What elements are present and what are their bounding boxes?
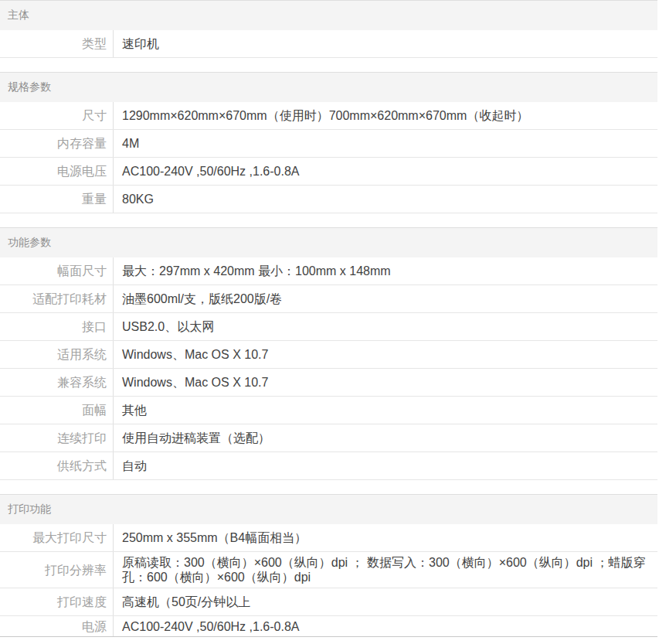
spec-value: AC100-240V ,50/60Hz ,1.6-0.8A <box>113 616 657 636</box>
spec-value-text: 使用自动进稿装置（选配） <box>122 431 650 445</box>
section-rows: 最大打印尺寸 250mm x 355mm（B4幅面相当） 打印分辨率 原稿读取：… <box>0 524 657 637</box>
spec-value-text: AC100-240V ,50/60Hz ,1.6-0.8A <box>122 164 650 179</box>
spec-value: 最大：297mm x 420mm 最小：100mm x 148mm <box>113 257 657 285</box>
section-header: 打印功能 <box>0 494 657 524</box>
spec-row: 兼容系统 Windows、Mac OS X 10.7 <box>0 369 657 397</box>
section-title: 功能参数 <box>8 236 51 250</box>
spec-value: 250mm x 355mm（B4幅面相当） <box>113 524 657 551</box>
section-rows: 幅面尺寸 最大：297mm x 420mm 最小：100mm x 148mm 适… <box>0 257 657 480</box>
spec-row: 连续打印 使用自动进稿装置（选配） <box>0 424 657 452</box>
spec-value: 自动 <box>113 452 657 479</box>
spec-value-text: 自动 <box>122 458 650 473</box>
spec-row: 打印分辨率 原稿读取：300（横向）×600（纵向）dpi ； 数据写入：300… <box>0 552 657 588</box>
spec-value-text: Windows、Mac OS X 10.7 <box>122 347 650 362</box>
spec-row: 适配打印耗材 油墨600ml/支，版纸200版/卷 <box>0 285 657 313</box>
spec-value: Windows、Mac OS X 10.7 <box>113 369 657 396</box>
spec-value-text: 250mm x 355mm（B4幅面相当） <box>122 530 650 545</box>
spec-label: 内存容量 <box>0 130 113 157</box>
section-rows: 尺寸 1290mm×620mm×670mm（使用时）700mm×620mm×67… <box>0 102 657 213</box>
spec-value: 油墨600ml/支，版纸200版/卷 <box>113 285 657 312</box>
spec-value-text: USB2.0、以太网 <box>122 319 650 334</box>
spec-label: 电源电压 <box>0 158 113 185</box>
spec-value: 1290mm×620mm×670mm（使用时）700mm×620mm×670mm… <box>113 102 657 129</box>
spec-label: 尺寸 <box>0 102 113 129</box>
section-header: 规格参数 <box>0 72 657 102</box>
spec-value: 使用自动进稿装置（选配） <box>113 424 657 451</box>
spec-label: 打印速度 <box>0 588 113 615</box>
spec-label: 打印分辨率 <box>0 552 113 588</box>
spec-label: 供纸方式 <box>0 452 113 479</box>
spec-value: 速印机 <box>113 30 657 57</box>
spec-value-text: 其他 <box>122 403 650 417</box>
section-rows: 类型 速印机 <box>0 30 657 58</box>
product-spec-table: 主体 类型 速印机 规格参数 尺寸 1290mm×620mm×670mm（使用时… <box>0 0 657 637</box>
spec-value-text: 80KG <box>122 192 650 206</box>
spec-value: 原稿读取：300（横向）×600（纵向）dpi ； 数据写入：300（横向）×6… <box>113 552 657 588</box>
spec-row: 面幅 其他 <box>0 397 657 424</box>
spec-row: 电源电压 AC100-240V ,50/60Hz ,1.6-0.8A <box>0 158 657 186</box>
section-header: 功能参数 <box>0 227 657 257</box>
spec-label: 接口 <box>0 313 113 340</box>
spec-value-text: 1290mm×620mm×670mm（使用时）700mm×620mm×670mm… <box>122 108 650 123</box>
spec-row: 打印速度 高速机（50页/分钟以上 <box>0 588 657 616</box>
spec-value-text: 速印机 <box>122 36 650 51</box>
spec-row: 类型 速印机 <box>0 30 657 58</box>
spec-value-text: 原稿读取：300（横向）×600（纵向）dpi ； 数据写入：300（横向）×6… <box>122 555 650 584</box>
spec-value-text: Windows、Mac OS X 10.7 <box>122 375 650 390</box>
spec-row: 适用系统 Windows、Mac OS X 10.7 <box>0 341 657 369</box>
spec-label: 面幅 <box>0 397 113 424</box>
spec-label: 适配打印耗材 <box>0 285 113 312</box>
spec-value-text: 油墨600ml/支，版纸200版/卷 <box>122 291 650 306</box>
section-title: 主体 <box>8 9 29 22</box>
section-header: 主体 <box>0 0 657 30</box>
spec-row: 幅面尺寸 最大：297mm x 420mm 最小：100mm x 148mm <box>0 257 657 285</box>
spec-section: 功能参数 幅面尺寸 最大：297mm x 420mm 最小：100mm x 14… <box>0 227 657 480</box>
section-title: 打印功能 <box>8 503 51 516</box>
spec-row: 电源 AC100-240V ,50/60Hz ,1.6-0.8A <box>0 616 657 637</box>
spec-value-text: 4M <box>122 136 650 151</box>
spec-value: 其他 <box>113 397 657 424</box>
spec-label: 重量 <box>0 186 113 213</box>
spec-value-text: 最大：297mm x 420mm 最小：100mm x 148mm <box>122 264 650 278</box>
spec-row: 最大打印尺寸 250mm x 355mm（B4幅面相当） <box>0 524 657 552</box>
spec-label: 连续打印 <box>0 424 113 451</box>
spec-label: 电源 <box>0 616 113 636</box>
spec-row: 内存容量 4M <box>0 130 657 158</box>
spec-label: 幅面尺寸 <box>0 257 113 285</box>
spec-row: 供纸方式 自动 <box>0 452 657 480</box>
spec-value: 80KG <box>113 186 657 213</box>
spec-label: 适用系统 <box>0 341 113 368</box>
spec-label: 兼容系统 <box>0 369 113 396</box>
spec-value: AC100-240V ,50/60Hz ,1.6-0.8A <box>113 158 657 185</box>
spec-value: 4M <box>113 130 657 157</box>
spec-row: 重量 80KG <box>0 186 657 213</box>
spec-value: 高速机（50页/分钟以上 <box>113 588 657 615</box>
spec-label: 最大打印尺寸 <box>0 524 113 551</box>
spec-value: USB2.0、以太网 <box>113 313 657 340</box>
spec-section: 规格参数 尺寸 1290mm×620mm×670mm（使用时）700mm×620… <box>0 72 657 213</box>
section-title: 规格参数 <box>8 80 51 94</box>
spec-row: 接口 USB2.0、以太网 <box>0 313 657 341</box>
spec-section: 打印功能 最大打印尺寸 250mm x 355mm（B4幅面相当） 打印分辨率 … <box>0 494 657 637</box>
spec-value-text: 高速机（50页/分钟以上 <box>122 595 650 609</box>
spec-row: 尺寸 1290mm×620mm×670mm（使用时）700mm×620mm×67… <box>0 102 657 130</box>
spec-label: 类型 <box>0 30 113 57</box>
spec-value: Windows、Mac OS X 10.7 <box>113 341 657 368</box>
spec-value-text: AC100-240V ,50/60Hz ,1.6-0.8A <box>122 619 650 634</box>
spec-section: 主体 类型 速印机 <box>0 0 657 58</box>
